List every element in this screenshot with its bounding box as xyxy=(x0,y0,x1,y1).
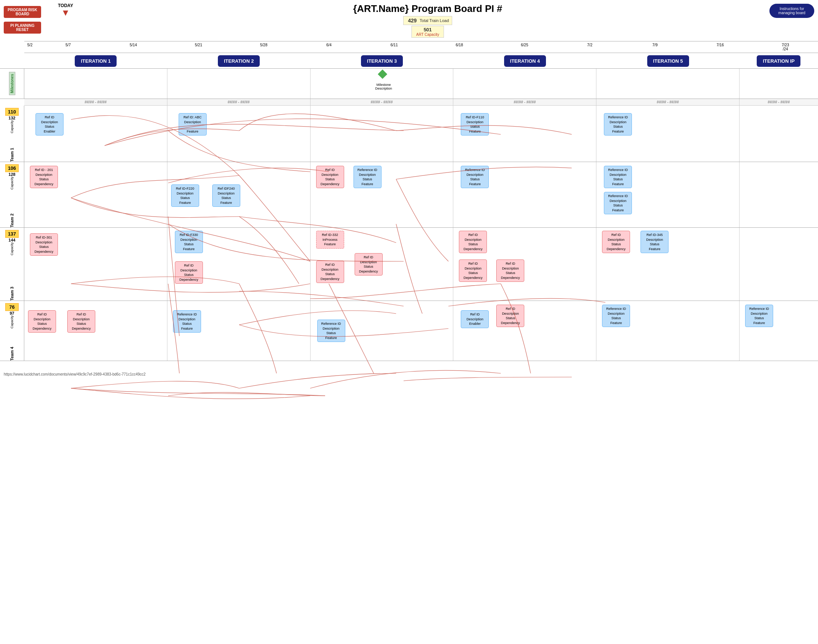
milestone-description: Milestone Description xyxy=(369,83,398,90)
team-2-row: 106 128 Capacity Team 2 Ref ID - 201Desc… xyxy=(0,162,818,228)
team-3-iter-3: Ref ID-332InProcessFeature Ref IDDescrip… xyxy=(311,228,454,301)
team-1-card-abc[interactable]: Ref ID: ABCDescriptionFeature xyxy=(178,113,207,135)
date-11: 7/16 xyxy=(687,43,753,51)
team-3-card-dep-iter5[interactable]: Ref IDDescriptionStatusDependency xyxy=(602,231,630,253)
team-4-grid: Ref IDDescriptionStatusDependency Ref ID… xyxy=(24,301,818,360)
milestones-label: Milestones xyxy=(9,72,15,95)
milestones-left: Milestones xyxy=(0,69,24,98)
team-3-label: Team 3 xyxy=(10,258,14,301)
team-1-card-ref-id[interactable]: Reference IDDescriptionStatusFeature xyxy=(604,113,632,135)
art-capacity-label: ART Capacity xyxy=(416,32,439,37)
team-1-iter-5: Reference IDDescriptionStatusFeature xyxy=(597,106,740,162)
train-load-label: Total Train Load xyxy=(420,18,449,23)
page-title: {ART.Name} Program Board PI # xyxy=(41,3,814,15)
iteration-4-button[interactable]: ITERATION 4 xyxy=(504,55,546,67)
program-board-page: PROGRAM RISK BOARD PI PLANNING RESET TOD… xyxy=(0,0,818,644)
team-1-card-f110[interactable]: Ref ID-F110DescriptionStatusFeature xyxy=(461,113,489,135)
team-1-iter-2: Ref ID: ABCDescriptionFeature xyxy=(168,106,311,162)
iteration-1-button[interactable]: ITERATION 1 xyxy=(75,55,117,67)
team-4-capacity-label: Capacity xyxy=(10,316,14,328)
team-4-row: 76 97 Capacity Team 4 Ref IDDescriptionS… xyxy=(0,301,818,361)
date-10: 7/9 xyxy=(623,43,688,51)
team-3-left: 137 144 Capacity Team 3 xyxy=(0,228,24,301)
team-1-left: 110 132 Capacity Team 1 xyxy=(0,106,24,162)
team-2-card-201[interactable]: Ref ID - 201DescriptionStatusDependency xyxy=(30,166,58,188)
iter-header-1: ITERATION 1 xyxy=(24,55,168,67)
date-ranges-row: ##/## - ##/## ##/## - ##/## ##/## - ##/#… xyxy=(24,99,818,106)
team-2-iter-3: Ref IDDescriptionStatusDependency Refere… xyxy=(311,162,454,227)
team-3-card-f330[interactable]: Ref ID-F330DescriptionStatusFeature xyxy=(175,231,203,253)
date-2: 5/14 xyxy=(101,43,166,51)
team-3-card-dep-iter3b[interactable]: Ref IDDescriptionStatusDependency xyxy=(355,253,383,276)
team-3-card-dep-iter4c[interactable]: Ref IDDescriptionStatusDependency xyxy=(496,259,524,282)
team-3-card-332[interactable]: Ref ID-332InProcessFeature xyxy=(316,231,344,248)
team-3-capacity-num: 144 xyxy=(9,238,15,242)
team-3-grid: Ref ID-301DescriptionStatusDependency Re… xyxy=(24,228,818,301)
iteration-5-button[interactable]: ITERATION 5 xyxy=(647,55,689,67)
instructions-button[interactable]: Instructions for managing board xyxy=(769,4,814,18)
footer-url: https://www.lucidchart.com/documents/vie… xyxy=(4,372,146,376)
team-4-card-dep-iter1b[interactable]: Ref IDDescriptionStatusDependency xyxy=(67,310,95,333)
date-4: 5/28 xyxy=(231,43,297,51)
team-4-card-enabler-iter4[interactable]: Ref IDDescriptionEnabler xyxy=(461,310,489,328)
train-load-number: 429 xyxy=(407,17,418,24)
team-2-card-ref-iter3[interactable]: Reference IDDescriptionStatusFeature xyxy=(354,166,381,188)
team-2-card-ref-iter5b[interactable]: Reference IDDescriptionStatusFeature xyxy=(604,192,632,214)
iter-header-4: ITERATION 4 xyxy=(453,55,597,67)
date-5: 6/4 xyxy=(296,43,362,51)
date-0: 5/2 xyxy=(24,43,35,51)
date-range-2: ##/## - ##/## xyxy=(168,99,311,105)
team-1-iter-4: Ref ID-F110DescriptionStatusFeature xyxy=(453,106,597,162)
iteration-ip-button[interactable]: ITERATION IP xyxy=(757,55,800,67)
team-3-card-dep-iter4a[interactable]: Ref IDDescriptionStatusDependency xyxy=(459,231,487,253)
iteration-3-button[interactable]: ITERATION 3 xyxy=(361,55,403,67)
team-2-card-f220[interactable]: Ref ID-F220DescriptionStatusFeature xyxy=(171,184,199,207)
team-2-card-ref-iter5a[interactable]: Reference IDDescriptionStatusFeature xyxy=(604,166,632,188)
date-range-4: ##/## - ##/## xyxy=(453,99,597,105)
train-load-block: 429 Total Train Load xyxy=(403,16,452,25)
team-3-row: 137 144 Capacity Team 3 Ref ID-301Descri… xyxy=(0,228,818,301)
team-2-label: Team 2 xyxy=(10,193,14,227)
team-1-capacity-label: Capacity xyxy=(10,120,14,133)
team-2-card-f240[interactable]: Ref IDF240DescriptionStatusFeature xyxy=(212,184,240,207)
team-2-capacity-label: Capacity xyxy=(10,176,14,190)
iteration-headers: ITERATION 1 ITERATION 2 ITERATION 3 ITER… xyxy=(24,55,818,67)
team-4-iter-4: Ref IDDescriptionEnabler Ref IDDescripti… xyxy=(453,301,597,360)
team-3-iter-4: Ref IDDescriptionStatusDependency Ref ID… xyxy=(453,228,597,301)
team-2-load: 106 xyxy=(5,164,19,172)
team-3-iter-2: Ref ID-F330DescriptionStatusFeature Ref … xyxy=(168,228,311,301)
team-3-card-301[interactable]: Ref ID-301DescriptionStatusDependency xyxy=(30,233,58,256)
pi-planning-button[interactable]: PI PLANNING RESET xyxy=(4,21,41,34)
team-2-card-ref-iter4[interactable]: Reference IDDescriptionStatusFeature xyxy=(461,166,489,188)
team-4-card-dep-iter4[interactable]: Ref IDDescriptionStatusDependency xyxy=(496,305,524,327)
team-3-card-345[interactable]: Ref ID-345DescriptionStatusFeature xyxy=(641,231,669,253)
team-2-iter-2: Ref ID-F220DescriptionStatusFeature Ref … xyxy=(168,162,311,227)
team-3-capacity-label: Capacity xyxy=(10,242,14,255)
iter-header-2: ITERATION 2 xyxy=(168,55,311,67)
team-1-iter-ip xyxy=(740,106,818,162)
date-1: 5/7 xyxy=(35,43,101,51)
team-1-row: 110 132 Capacity Team 1 Ref IDDescriptio… xyxy=(0,106,818,162)
team-3-card-dep-iter2[interactable]: Ref IDDescriptionStatusDependency xyxy=(175,261,203,284)
team-4-card-ref-ip[interactable]: Reference IDDescriptionStatusFeature xyxy=(745,305,773,327)
header: PROGRAM RISK BOARD PI PLANNING RESET TOD… xyxy=(0,0,818,41)
iteration-2-button[interactable]: ITERATION 2 xyxy=(218,55,260,67)
team-4-card-ref-iter3[interactable]: Reference IDDescriptionStatusFeature xyxy=(317,320,345,342)
today-arrow-icon: ▼ xyxy=(61,8,70,17)
program-risk-button[interactable]: PROGRAM RISK BOARD xyxy=(4,6,41,18)
team-3-card-dep-iter3[interactable]: Ref IDDescriptionStatusDependency xyxy=(316,261,344,283)
team-2-card-dep-iter3[interactable]: Ref IDDescriptionStatusDependency xyxy=(316,166,344,188)
date-range-5: ##/## - ##/## xyxy=(597,99,740,105)
team-2-capacity-num: 128 xyxy=(9,172,15,176)
team-4-card-ref-iter5[interactable]: Reference IDDescriptionStatusFeature xyxy=(602,305,630,327)
team-4-card-ref-iter2[interactable]: Reference IDDescriptionStatusFeature xyxy=(173,310,201,333)
team-3-card-dep-iter4b[interactable]: Ref IDDescriptionStatusDependency xyxy=(459,259,487,282)
team-1-card-enabler[interactable]: Ref IDDescriptionStatusEnabler xyxy=(35,113,63,135)
team-3-load: 137 xyxy=(5,230,19,238)
team-4-load: 76 xyxy=(5,303,19,311)
team-4-card-dep-iter1a[interactable]: Ref IDDescriptionStatusDependency xyxy=(28,310,56,333)
milestones-content: Milestone Description xyxy=(24,69,818,98)
footer: https://www.lucidchart.com/documents/vie… xyxy=(0,368,818,380)
team-1-label: Team 1 xyxy=(10,136,14,162)
team-1-iter-1: Ref IDDescriptionStatusEnabler xyxy=(24,106,168,162)
